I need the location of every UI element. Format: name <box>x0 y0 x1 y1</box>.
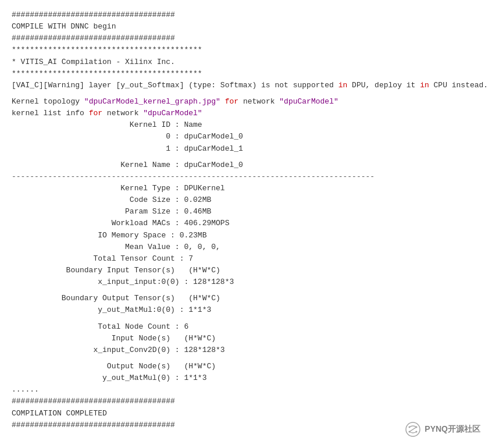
hash-line-1: #################################### <box>12 9 480 21</box>
workload-line: Workload MACs : 406.29MOPS <box>12 218 480 229</box>
kernel-type-line: Kernel Type : DPUKernel <box>12 183 480 194</box>
kernel-topology-line: Kernel topology "dpuCarModel_kernel_grap… <box>12 96 480 108</box>
spacer-3 <box>12 288 480 293</box>
x-input-conv2d-line: x_input_Conv2D(0) : 128*128*3 <box>12 344 480 356</box>
vitis-header: * VITIS_AI Compilation - Xilinx Inc. <box>12 56 480 68</box>
watermark: PYNQ开源社区 <box>405 421 480 438</box>
svg-point-4 <box>416 431 418 433</box>
spacer-5 <box>12 356 480 361</box>
compilation-completed: COMPILATION COMPLETED <box>12 408 480 419</box>
svg-point-2 <box>416 426 418 428</box>
kernel-name-line: Kernel Name : dpuCarModel_0 <box>12 159 480 171</box>
spacer-2 <box>12 155 480 159</box>
hash-line-2: #################################### <box>12 33 480 44</box>
svg-point-1 <box>409 426 411 428</box>
dots-line: ...... <box>12 384 480 396</box>
table-row-1: 1 : dpuCarModel_1 <box>12 143 480 155</box>
io-memory-line: IO Memory Space : 0.23MB <box>12 230 480 241</box>
y-out-matmul-line: y_out_MatMul:0(0) : 1*1*3 <box>12 304 480 316</box>
pynq-logo-icon <box>405 421 421 438</box>
warning-line: [VAI_C][Warning] layer [y_out_Softmax] (… <box>12 80 480 91</box>
tensor-count-line: Total Tensor Count : 7 <box>12 253 480 265</box>
boundary-output-label: Boundary Output Tensor(s) (H*W*C) <box>12 293 480 304</box>
kernel-list-line: kernel list info for network "dpuCarMode… <box>12 108 480 119</box>
code-size-line: Code Size : 0.02MB <box>12 194 480 206</box>
x-input-line: x_input_input:0(0) : 128*128*3 <box>12 276 480 288</box>
compile-begin: COMPILE WITH DNNC begin <box>12 21 480 33</box>
watermark-text: PYNQ开源社区 <box>425 423 480 436</box>
spacer-1 <box>12 91 480 96</box>
boundary-input-label: Boundary Input Tensor(s) (H*W*C) <box>12 265 480 276</box>
input-nodes-label: Input Node(s) (H*W*C) <box>12 333 480 344</box>
svg-point-3 <box>409 431 411 433</box>
spacer-4 <box>12 317 480 321</box>
table-header-line: Kernel ID : Name <box>12 119 480 131</box>
table-row-0: 0 : dpuCarModel_0 <box>12 131 480 143</box>
stars-1: ****************************************… <box>12 44 480 56</box>
mean-value-line: Mean Value : 0, 0, 0, <box>12 241 480 253</box>
y-out-matmul2-line: y_out_MatMul(0) : 1*1*3 <box>12 372 480 384</box>
separator-line: ----------------------------------------… <box>12 171 480 183</box>
output-nodes-label: Output Node(s) (H*W*C) <box>12 361 480 372</box>
param-size-line: Param Size : 0.46MB <box>12 206 480 218</box>
terminal-output: #################################### COM… <box>0 0 492 448</box>
stars-2: ****************************************… <box>12 68 480 80</box>
total-node-count-line: Total Node Count : 6 <box>12 321 480 333</box>
hash-line-3: #################################### <box>12 396 480 407</box>
